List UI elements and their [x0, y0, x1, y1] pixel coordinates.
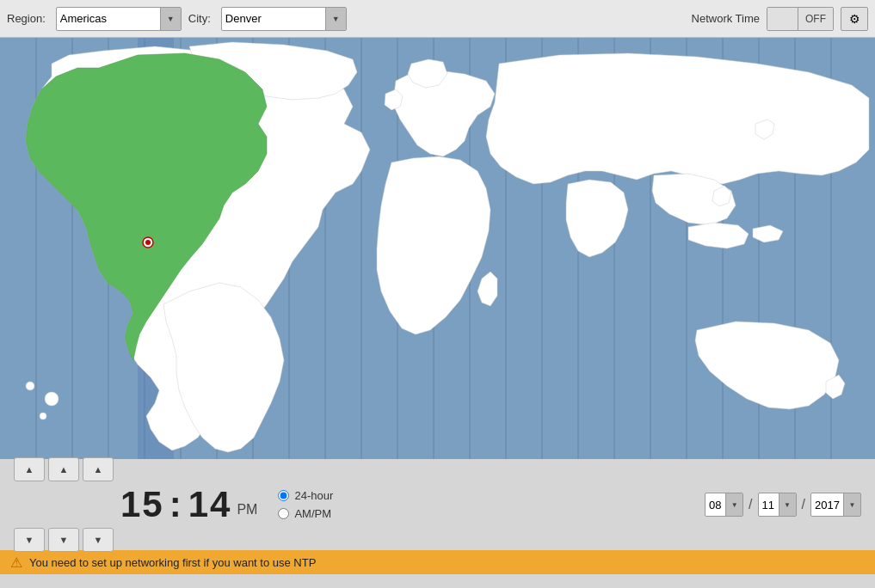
minutes-down-button[interactable]: ▼ — [48, 528, 79, 552]
toggle-off-label: OFF — [798, 8, 833, 30]
warning-text: You need to set up networking first if y… — [29, 556, 316, 569]
city-select-wrap[interactable]: Denver Chicago Los Angeles New York Phoe… — [221, 7, 347, 31]
seconds-stepper: ▲ ▼ — [83, 457, 114, 552]
day-select[interactable]: 01020304 05060708 09101112 13141516 1718… — [759, 493, 779, 516]
month-select[interactable]: 01020304 05060708 09101112 — [706, 493, 725, 516]
time-separator: : — [169, 487, 183, 523]
warning-icon: ⚠ — [10, 554, 22, 571]
month-select-wrap[interactable]: 01020304 05060708 09101112 — [705, 493, 743, 517]
format-ampm-option[interactable]: AM/PM — [278, 507, 333, 520]
date-sep-2: / — [800, 497, 807, 512]
seconds-down-button[interactable]: ▼ — [83, 528, 114, 552]
world-map[interactable] — [0, 38, 875, 459]
day-select-wrap[interactable]: 01020304 05060708 09101112 13141516 1718… — [758, 493, 797, 517]
time-ampm: PM — [237, 502, 257, 523]
network-time-section: Network Time OFF ⚙ — [692, 7, 868, 31]
warning-bar: ⚠ You need to set up networking first if… — [0, 550, 875, 574]
toggle-indicator — [767, 8, 798, 30]
year-select-wrap[interactable]: 201520162017 201820192020 — [810, 493, 861, 517]
format-24h-option[interactable]: 24-hour — [278, 489, 333, 502]
region-select-arrow[interactable] — [160, 8, 181, 30]
time-value: 15 — [120, 487, 164, 523]
date-section: 01020304 05060708 09101112 / 01020304 05… — [705, 493, 861, 517]
hours-up-button[interactable]: ▲ — [14, 457, 45, 481]
month-select-arrow[interactable] — [725, 493, 743, 516]
time-display: 15 : 14 PM — [120, 487, 257, 523]
svg-point-26 — [145, 240, 151, 245]
map-area[interactable] — [0, 38, 875, 459]
city-select[interactable]: Denver Chicago Los Angeles New York Phoe… — [222, 8, 325, 30]
format-24h-label: 24-hour — [294, 489, 333, 502]
day-select-arrow[interactable] — [779, 493, 796, 516]
network-time-toggle[interactable]: OFF — [767, 7, 834, 31]
region-select[interactable]: Americas Africa Asia Atlantic Australia … — [57, 8, 160, 30]
date-sep-1: / — [747, 497, 754, 512]
hours-stepper: ▲ ▼ — [14, 457, 45, 552]
time-format-section: 24-hour AM/PM — [278, 489, 333, 520]
svg-point-27 — [45, 392, 59, 406]
hours-down-button[interactable]: ▼ — [14, 528, 45, 552]
minutes-up-button[interactable]: ▲ — [48, 457, 79, 481]
time-minutes: 14 — [188, 487, 232, 523]
city-select-arrow[interactable] — [325, 8, 346, 30]
year-select-arrow[interactable] — [843, 493, 860, 516]
region-label: Region: — [7, 12, 46, 25]
bottom-controls: ▲ ▼ ▲ ▼ ▲ ▼ 15 : 14 PM 24-hour AM/PM — [0, 459, 875, 550]
minutes-stepper: ▲ ▼ — [48, 457, 79, 552]
seconds-up-button[interactable]: ▲ — [83, 457, 114, 481]
svg-point-29 — [40, 413, 46, 420]
year-select[interactable]: 201520162017 201820192020 — [811, 493, 843, 516]
format-24h-radio[interactable] — [278, 490, 289, 501]
network-time-label: Network Time — [692, 12, 760, 25]
format-ampm-radio[interactable] — [278, 508, 289, 519]
format-ampm-label: AM/PM — [294, 507, 331, 520]
city-label: City: — [188, 12, 211, 25]
svg-point-28 — [26, 382, 34, 390]
region-select-wrap[interactable]: Americas Africa Asia Atlantic Australia … — [56, 7, 182, 31]
header-bar: Region: Americas Africa Asia Atlantic Au… — [0, 0, 875, 38]
gear-button[interactable]: ⚙ — [841, 7, 868, 31]
